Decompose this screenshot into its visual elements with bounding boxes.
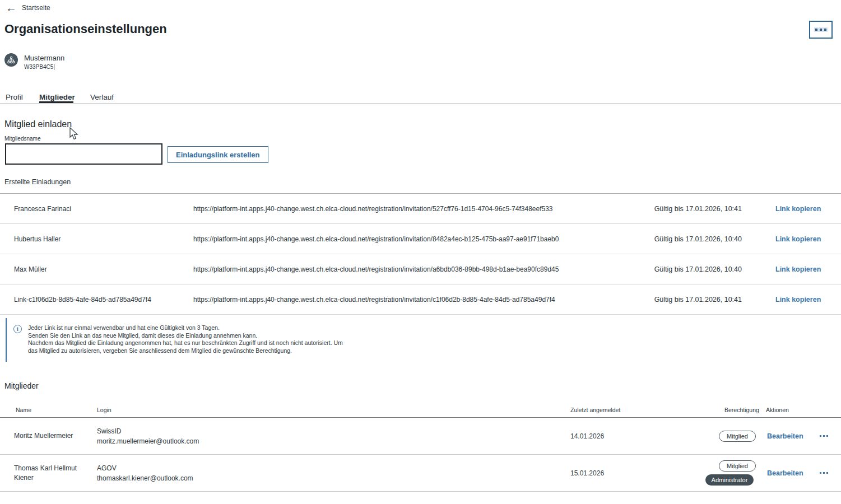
page-title: Organisationseinstellungen <box>4 22 167 36</box>
info-note-line: das Mitglied zu autorisieren, vergeben S… <box>28 347 343 355</box>
role-badge-administrator: Administrator <box>705 474 754 486</box>
member-actions: Bearbeiten <box>764 469 841 477</box>
member-login-provider: SwissID <box>97 426 570 436</box>
member-login-email: moritz.muellermeier@outlook.com <box>97 436 570 446</box>
invitation-valid-until: Gültig bis 17.01.2026, 10:41 <box>631 205 765 213</box>
back-label[interactable]: Startseite <box>22 4 50 12</box>
tab-verlauf[interactable]: Verlauf <box>90 93 114 101</box>
edit-member-button[interactable]: Bearbeiten <box>767 469 803 477</box>
invitation-info-note: i Jeder Link ist nur einmal verwendbar u… <box>6 318 801 362</box>
member-roles: Mitglied <box>710 431 764 442</box>
copy-link-button[interactable]: Link kopieren <box>765 296 841 304</box>
invitation-row: Francesca Farinaci https://platform-int.… <box>0 194 841 224</box>
member-login: SwissID moritz.muellermeier@outlook.com <box>97 426 570 446</box>
member-more-actions-button[interactable] <box>820 435 828 437</box>
role-badge-mitglied: Mitglied <box>719 460 756 472</box>
column-header-last-login: Zuletzt angemeldet <box>570 407 710 413</box>
info-icon: i <box>13 325 22 333</box>
member-row: Thomas Karl Hellmut Kiener AGOV thomaska… <box>0 455 841 492</box>
info-note-line: Nachdem das Mitglied die Einladung angen… <box>28 339 343 347</box>
text-caret <box>54 64 54 70</box>
create-invitation-link-button[interactable]: Einladungslink erstellen <box>168 146 268 163</box>
invitations-heading: Erstellte Einladungen <box>4 178 71 186</box>
copy-link-button[interactable]: Link kopieren <box>765 205 841 213</box>
member-last-login: 15.01.2026 <box>570 469 710 477</box>
organization-summary: Mustermann W33PB4C5 <box>4 53 64 70</box>
invitation-name: Max Müller <box>0 265 179 273</box>
invitation-valid-until: Gültig bis 17.01.2026, 10:41 <box>631 296 765 304</box>
member-roles: Mitglied Administrator <box>710 460 764 486</box>
member-name: Thomas Karl Hellmut Kiener <box>0 464 97 483</box>
tabs-divider <box>0 103 841 104</box>
member-row: Moritz Muellermeier SwissID moritz.muell… <box>0 418 841 455</box>
organization-code: W33PB4C5 <box>24 64 64 70</box>
role-badge-mitglied: Mitglied <box>719 431 756 442</box>
column-header-name: Name <box>0 407 97 413</box>
ellipsis-icon <box>815 29 817 31</box>
organization-texts: Mustermann W33PB4C5 <box>24 53 64 70</box>
member-name-label: Mitgliedsname <box>4 136 40 142</box>
invitation-name: Link-c1f06d2b-8d85-4afe-84d5-ad785a49d7f… <box>0 296 179 304</box>
invitation-url: https://platform-int.apps.j40-change.wes… <box>179 265 631 273</box>
column-header-permission: Berechtigung <box>710 407 764 413</box>
member-name-input[interactable] <box>5 143 162 165</box>
tab-mitglieder[interactable]: Mitglieder <box>39 93 75 101</box>
invitation-url: https://platform-int.apps.j40-change.wes… <box>179 205 631 213</box>
invite-section-heading: Mitglied einladen <box>4 119 72 129</box>
ellipsis-icon <box>820 29 822 31</box>
tab-profil[interactable]: Profil <box>6 93 23 101</box>
members-table-header: Name Login Zuletzt angemeldet Berechtigu… <box>0 402 841 418</box>
edit-member-button[interactable]: Bearbeiten <box>767 432 803 440</box>
invitation-row: Hubertus Haller https://platform-int.app… <box>0 224 841 254</box>
member-login: AGOV thomaskarl.kiener@outlook.com <box>97 463 570 483</box>
member-actions: Bearbeiten <box>764 432 841 440</box>
info-note-line: Senden Sie den Link an das neue Mitglied… <box>28 332 343 340</box>
column-header-login: Login <box>97 407 570 413</box>
back-navigation[interactable]: ← Startseite <box>6 2 50 13</box>
member-login-email: thomaskarl.kiener@outlook.com <box>97 473 570 483</box>
invitation-row: Link-c1f06d2b-8d85-4afe-84d5-ad785a49d7f… <box>0 284 841 315</box>
invitation-row: Max Müller https://platform-int.apps.j40… <box>0 254 841 284</box>
invitation-name: Hubertus Haller <box>0 235 179 243</box>
back-arrow-icon[interactable]: ← <box>6 2 17 13</box>
invitation-url: https://platform-int.apps.j40-change.wes… <box>179 235 631 243</box>
invitation-name: Francesca Farinaci <box>0 205 179 213</box>
invitations-list: Francesca Farinaci https://platform-int.… <box>0 193 841 315</box>
members-heading: Mitglieder <box>4 381 39 390</box>
member-more-actions-button[interactable] <box>820 472 828 474</box>
invitation-valid-until: Gültig bis 17.01.2026, 10:40 <box>631 235 765 243</box>
invitation-valid-until: Gültig bis 17.01.2026, 10:40 <box>631 265 765 273</box>
members-table: Name Login Zuletzt angemeldet Berechtigu… <box>0 402 841 492</box>
info-note-line: Jeder Link ist nur einmal verwendbar und… <box>28 324 343 332</box>
ellipsis-icon <box>824 29 826 31</box>
member-name: Moritz Muellermeier <box>0 431 97 441</box>
invitation-url: https://platform-int.apps.j40-change.wes… <box>179 296 631 304</box>
member-login-provider: AGOV <box>97 463 570 473</box>
copy-link-button[interactable]: Link kopieren <box>765 265 841 273</box>
more-options-button[interactable] <box>809 21 833 39</box>
info-note-text: Jeder Link ist nur einmal verwendbar und… <box>28 324 343 354</box>
org-hierarchy-icon <box>7 56 15 64</box>
organization-avatar <box>4 53 18 67</box>
organization-name: Mustermann <box>24 54 64 62</box>
member-last-login: 14.01.2026 <box>570 432 710 440</box>
copy-link-button[interactable]: Link kopieren <box>765 235 841 243</box>
organization-settings-page: ← Startseite Organisationseinstellungen … <box>0 0 841 504</box>
column-header-actions: Aktionen <box>764 407 841 413</box>
